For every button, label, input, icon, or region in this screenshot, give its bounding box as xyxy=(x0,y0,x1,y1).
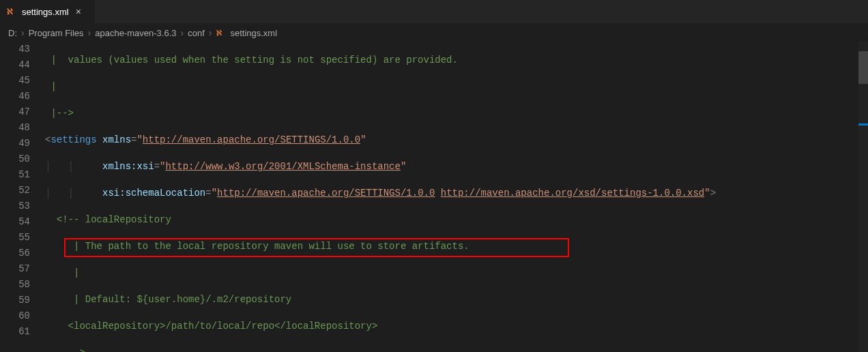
line-number: 61 xyxy=(0,324,30,340)
code-text: xmlns xyxy=(102,134,131,145)
code-text: <localRepository>/path/to/local/repo</lo… xyxy=(57,321,377,332)
scrollbar-marker xyxy=(858,123,868,126)
code-text: http://maven.apache.org/SETTINGS/1.0.0 xyxy=(217,188,435,199)
tab-title: settings.xml xyxy=(22,7,69,17)
line-number: 60 xyxy=(0,308,30,324)
xml-file-icon: ℵ xyxy=(216,28,226,38)
line-number: 59 xyxy=(0,293,30,308)
breadcrumb-part[interactable]: D: xyxy=(8,28,17,38)
breadcrumb-part[interactable]: conf xyxy=(188,28,205,38)
code-area[interactable]: | values (values used when the setting i… xyxy=(45,42,868,352)
code-text: http://maven.apache.org/SETTINGS/1.0.0 xyxy=(143,134,360,145)
line-number: 48 xyxy=(0,120,30,136)
chevron-right-icon: › xyxy=(179,27,186,38)
line-number: 44 xyxy=(0,57,30,73)
line-number: 53 xyxy=(0,199,30,214)
line-number: 45 xyxy=(0,73,30,89)
chevron-right-icon: › xyxy=(87,27,93,38)
code-text: --> xyxy=(57,347,85,352)
close-icon[interactable]: × xyxy=(76,6,81,17)
editor[interactable]: 43444546474849505152535455565758596061 |… xyxy=(0,42,868,352)
code-text: |--> xyxy=(45,108,74,119)
line-number: 43 xyxy=(0,42,30,57)
line-number: 57 xyxy=(0,261,30,277)
breadcrumb-part[interactable]: apache-maven-3.6.3 xyxy=(95,28,176,38)
code-text: | Default: ${user.home}/.m2/repository xyxy=(57,294,291,305)
svg-text:ℵ: ℵ xyxy=(216,29,222,37)
code-text: | values (values used when the setting i… xyxy=(45,55,458,65)
line-number: 52 xyxy=(0,183,30,199)
line-number-gutter: 43444546474849505152535455565758596061 xyxy=(0,42,45,352)
code-text: | The path to the local repository maven… xyxy=(57,241,469,252)
chevron-right-icon: › xyxy=(20,27,26,38)
code-text: | xyxy=(57,267,80,278)
line-number: 55 xyxy=(0,230,30,246)
code-text: http://www.w3.org/2001/XMLSchema-instanc… xyxy=(165,161,400,172)
line-number: 56 xyxy=(0,246,30,261)
breadcrumb-part[interactable]: Program Files xyxy=(29,28,84,38)
line-number: 50 xyxy=(0,151,30,167)
breadcrumb: D: › Program Files › apache-maven-3.6.3 … xyxy=(0,24,868,42)
code-text: <!-- localRepository xyxy=(57,214,171,225)
line-number: 46 xyxy=(0,89,30,104)
breadcrumb-part[interactable]: settings.xml xyxy=(230,28,277,38)
xml-file-icon: ℵ xyxy=(7,6,18,17)
vertical-scrollbar[interactable] xyxy=(858,42,868,352)
code-text: http://maven.apache.org/xsd/settings-1.0… xyxy=(441,188,704,199)
chevron-right-icon: › xyxy=(207,27,214,38)
code-text: settings xyxy=(50,134,96,145)
line-number: 54 xyxy=(0,214,30,230)
line-number: 47 xyxy=(0,104,30,120)
svg-text:ℵ: ℵ xyxy=(7,7,13,16)
code-text: xmlns:xsi xyxy=(102,161,154,172)
line-number: 51 xyxy=(0,167,30,183)
scrollbar-thumb[interactable] xyxy=(858,51,868,84)
code-text: xsi:schemaLocation xyxy=(102,188,205,199)
file-tab[interactable]: ℵ settings.xml × xyxy=(0,0,96,23)
tab-bar: ℵ settings.xml × xyxy=(0,0,868,24)
line-number: 58 xyxy=(0,277,30,293)
code-text: | xyxy=(45,81,57,92)
line-number: 49 xyxy=(0,136,30,151)
